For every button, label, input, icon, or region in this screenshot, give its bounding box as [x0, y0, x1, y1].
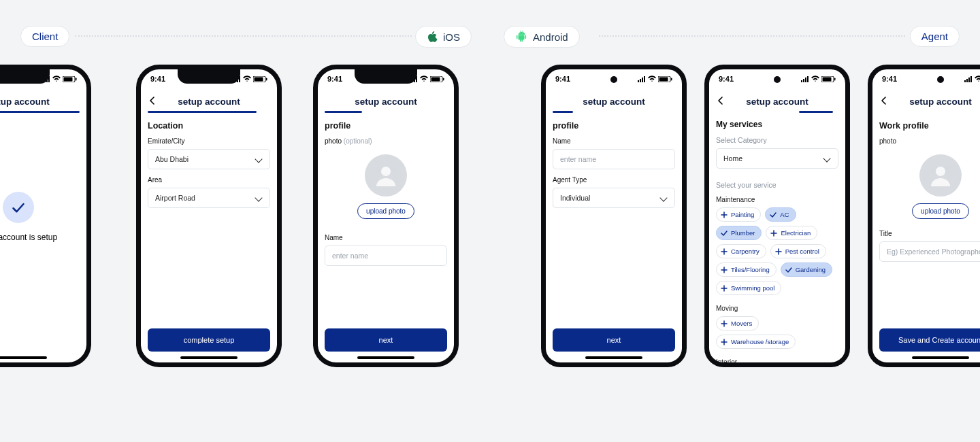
- group-interior: Interior: [716, 358, 838, 362]
- wifi-icon: [648, 75, 656, 82]
- chip-carpentry[interactable]: Carpentry: [716, 244, 766, 258]
- notch: [0, 69, 50, 84]
- tag-ios-label: iOS: [443, 31, 460, 43]
- phone-location: 9:41 setup account Location Emirate/City…: [136, 65, 282, 367]
- home-indicator: [912, 356, 969, 359]
- next-button[interactable]: next: [325, 328, 447, 352]
- tag-agent: Agent: [910, 26, 960, 47]
- plus-icon: [721, 267, 728, 273]
- plus-icon: [721, 339, 728, 345]
- tag-client: Client: [20, 26, 69, 47]
- title-label: Title: [879, 230, 980, 237]
- agent-type-select[interactable]: Individual: [553, 188, 675, 208]
- screen-title: setup account: [746, 97, 808, 107]
- back-icon[interactable]: [717, 95, 724, 107]
- name-label: Name: [553, 137, 675, 145]
- phone-services: 9:41 setup account My services Select Ca…: [704, 65, 850, 367]
- battery-icon: [821, 76, 836, 82]
- chip-pest-control[interactable]: Pest control: [770, 244, 826, 258]
- back-icon[interactable]: [881, 95, 887, 107]
- photo-label: photo: [879, 137, 980, 145]
- services-heading: My services: [716, 120, 838, 129]
- name-label: Name: [325, 234, 447, 241]
- connector-line-right: [599, 35, 905, 37]
- signal-icon: [964, 76, 973, 82]
- upload-photo-button[interactable]: upload photo: [912, 203, 969, 219]
- select-service-label: Select your service: [716, 181, 838, 189]
- screen-title-row: setup account: [141, 91, 277, 112]
- screen-title-row: setup account: [0, 91, 86, 112]
- screen-title: setup account: [909, 97, 972, 107]
- status-time: 9:41: [719, 75, 734, 83]
- title-input[interactable]: Eg) Experienced Photographer: [879, 241, 980, 262]
- wifi-icon: [52, 75, 61, 82]
- save-create-account-button[interactable]: Save and Create account: [879, 328, 980, 352]
- phone-success: 9:41 setup account Your account is setup: [0, 65, 91, 367]
- camera-hole: [774, 76, 781, 83]
- apple-icon: [427, 31, 438, 43]
- success-message: Your account is setup: [0, 233, 80, 242]
- chip-swimming-pool[interactable]: Swimming pool: [716, 281, 781, 295]
- plus-icon: [721, 285, 728, 292]
- check-icon: [785, 267, 792, 273]
- wifi-icon: [975, 75, 980, 82]
- home-indicator: [180, 356, 238, 359]
- upload-photo-button[interactable]: upload photo: [357, 203, 414, 219]
- section-heading: Work profile: [879, 121, 980, 131]
- wifi-icon: [420, 75, 428, 82]
- plus-icon: [721, 211, 728, 218]
- tag-android-label: Android: [533, 31, 568, 43]
- phone-profile-client: 9:41 setup account profile photo (option…: [313, 65, 459, 367]
- photo-label: photo: [325, 137, 342, 145]
- wifi-icon: [811, 75, 819, 82]
- chip-warehouse[interactable]: Warehouse /storage: [716, 335, 796, 349]
- section-heading: profile: [325, 121, 447, 131]
- status-time: 9:41: [327, 75, 342, 83]
- avatar-placeholder: [365, 154, 407, 197]
- phone-profile-agent-basic: 9:41 setup account profile Name enter na…: [541, 65, 687, 367]
- maintenance-chips: Painting AC Plumber Electrician Carpentr…: [716, 207, 838, 295]
- battery-icon: [430, 76, 444, 82]
- camera-hole: [937, 76, 944, 83]
- android-icon: [515, 31, 527, 43]
- check-icon: [721, 230, 728, 237]
- chip-painting[interactable]: Painting: [716, 207, 761, 222]
- chip-movers[interactable]: Movers: [716, 316, 759, 330]
- chip-plumber[interactable]: Plumber: [716, 226, 762, 240]
- chip-gardening[interactable]: Gardening: [781, 262, 832, 277]
- progress-underline: [799, 111, 833, 113]
- emirate-select[interactable]: Abu Dhabi: [148, 149, 270, 169]
- name-input[interactable]: enter name: [553, 149, 675, 169]
- section-heading: profile: [553, 121, 675, 131]
- notch: [355, 69, 417, 84]
- screen-title-row: setup account: [709, 91, 845, 112]
- group-moving: Moving: [716, 305, 838, 312]
- chip-tiles-flooring[interactable]: Tiles/Flooring: [716, 262, 777, 277]
- avatar-placeholder: [919, 154, 962, 197]
- status-time: 9:41: [150, 75, 165, 83]
- check-icon: [770, 211, 777, 218]
- next-button[interactable]: next: [553, 328, 675, 352]
- complete-setup-button[interactable]: complete setup: [148, 328, 270, 352]
- success-check-icon: [3, 192, 34, 223]
- area-select[interactable]: Airport Road: [148, 188, 270, 208]
- signal-icon: [638, 76, 646, 82]
- connector-line-left: [75, 35, 412, 37]
- name-input[interactable]: enter name: [325, 245, 447, 266]
- screen-title-row: setup account: [318, 91, 454, 112]
- chip-electrician[interactable]: Electrician: [766, 226, 817, 240]
- plus-icon: [721, 320, 728, 327]
- screen-title-row: setup account: [872, 91, 980, 112]
- screen-title: setup account: [583, 97, 645, 107]
- back-icon[interactable]: [149, 95, 156, 107]
- tag-android: Android: [504, 26, 580, 48]
- screen-title: setup account: [355, 97, 417, 107]
- chip-ac[interactable]: AC: [765, 207, 796, 222]
- category-select[interactable]: Home: [716, 148, 838, 169]
- progress-underline: [325, 111, 362, 113]
- moving-chips: Movers Warehouse /storage: [716, 316, 838, 349]
- battery-icon: [63, 76, 77, 82]
- battery-icon: [253, 76, 267, 82]
- tag-ios: iOS: [415, 26, 472, 48]
- camera-hole: [610, 76, 617, 83]
